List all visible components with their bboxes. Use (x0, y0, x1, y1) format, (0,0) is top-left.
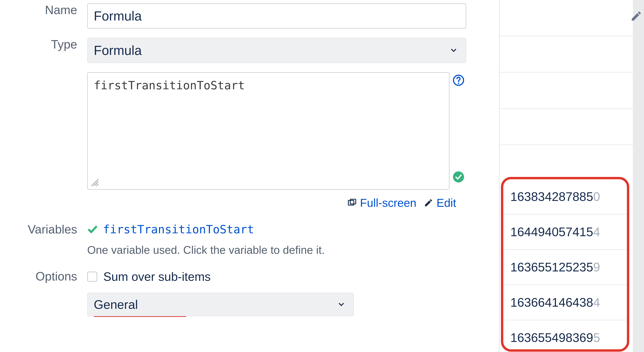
form-panel: Name Type Formula (0, 0, 499, 352)
fullscreen-icon (347, 198, 356, 207)
sum-checkbox[interactable] (87, 272, 97, 282)
result-row-empty (500, 36, 644, 73)
check-icon (87, 224, 98, 235)
name-input[interactable] (87, 3, 466, 29)
format-select-value: General (94, 297, 138, 312)
pencil-icon[interactable] (630, 10, 642, 22)
svg-rect-7 (350, 199, 356, 204)
chevron-down-icon (337, 300, 345, 308)
variables-label: Variables (0, 223, 87, 236)
result-cell: 1644940574154 (503, 214, 627, 250)
type-label: Type (0, 38, 87, 51)
svg-rect-6 (348, 200, 354, 205)
result-cell: 1636554983695 (503, 320, 627, 352)
chevron-down-icon (450, 46, 458, 54)
result-cell: 1636551252359 (503, 250, 627, 285)
annotation-highlight-box: 1638342878850 1644940574154 163655125235… (501, 177, 629, 352)
formula-editor[interactable] (87, 72, 450, 190)
variable-link[interactable]: firstTransitionToStart (103, 223, 254, 236)
svg-point-4 (458, 83, 459, 84)
type-select[interactable]: Formula (87, 38, 466, 63)
result-cell: 1638342878850 (503, 179, 627, 214)
result-row-empty (500, 109, 644, 145)
pencil-icon (424, 198, 433, 207)
result-row-empty (500, 73, 644, 109)
editor-links: Full-screen Edit (94, 196, 456, 209)
help-icon[interactable] (452, 74, 464, 86)
fullscreen-link[interactable]: Full-screen (347, 196, 416, 209)
options-label: Options (0, 270, 87, 283)
edit-link[interactable]: Edit (424, 196, 456, 209)
name-label: Name (0, 3, 87, 17)
check-circle-icon (452, 171, 464, 183)
result-row-empty (500, 0, 644, 36)
sum-checkbox-label: Sum over sub-items (103, 270, 211, 283)
svg-point-5 (453, 171, 464, 182)
fullscreen-label: Full-screen (360, 196, 416, 209)
results-panel: 1638342878850 1644940574154 163655125235… (499, 0, 644, 352)
type-select-value: Formula (94, 43, 142, 58)
vertical-scrollbar[interactable] (633, 0, 644, 352)
format-select[interactable]: General (87, 293, 354, 316)
edit-label: Edit (436, 196, 456, 209)
result-cell: 1636641464384 (503, 285, 627, 320)
variables-hint: One variable used. Click the variable to… (87, 244, 472, 256)
